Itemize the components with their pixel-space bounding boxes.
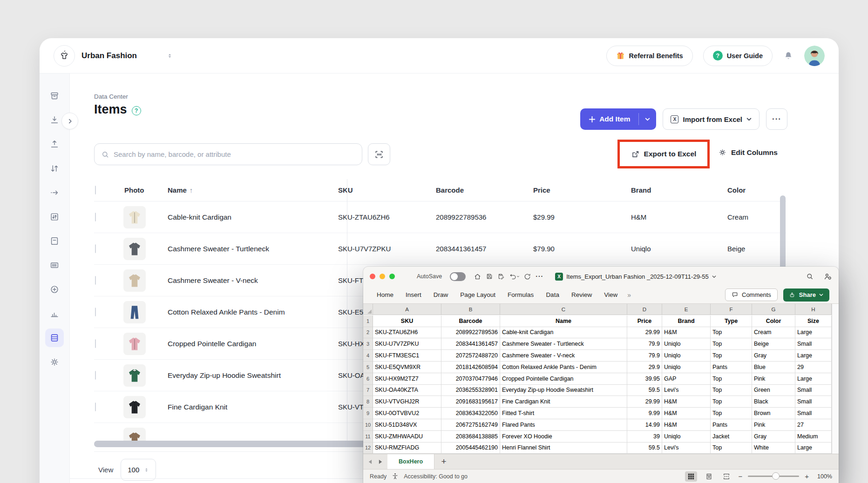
ribbon-tab-formulas[interactable]: Formulas <box>502 291 540 298</box>
cell-C6[interactable]: Cropped Pointelle Cardigan <box>500 373 627 385</box>
cell-D1[interactable]: Price <box>627 315 662 327</box>
row-header-12[interactable]: 12 <box>363 443 373 454</box>
export-to-excel-button[interactable]: Export to Excel <box>631 150 697 159</box>
cell-E1[interactable]: Brand <box>662 315 711 327</box>
comments-button[interactable]: Comments <box>725 288 778 301</box>
zoom-out-button[interactable]: − <box>738 472 742 480</box>
cell-G12[interactable]: White <box>752 443 795 454</box>
sidebar-item-analytics[interactable] <box>45 304 64 323</box>
cell-E7[interactable]: Levi's <box>662 385 711 396</box>
cell-E11[interactable]: Uniqlo <box>662 431 711 443</box>
row-checkbox[interactable] <box>95 244 96 253</box>
cell-E6[interactable]: GAP <box>662 373 711 385</box>
cell-F10[interactable]: Pants <box>711 419 752 431</box>
cell-E2[interactable]: H&M <box>662 327 711 339</box>
col-barcode[interactable]: Barcode <box>436 186 533 194</box>
cell-E9[interactable]: H&M <box>662 408 711 419</box>
col-header-A[interactable]: A <box>373 304 441 315</box>
ribbon-tab-draw[interactable]: Draw <box>427 291 454 298</box>
row-checkbox[interactable] <box>95 213 96 221</box>
more-icon[interactable]: ··· <box>536 273 543 280</box>
cell-A3[interactable]: SKU-U7V7ZPKU <box>373 338 441 350</box>
cell-B10[interactable]: 2067275162749 <box>441 419 500 431</box>
cell-C5[interactable]: Cotton Relaxed Ankle Pants - Denim <box>500 362 627 373</box>
presence-icon[interactable] <box>823 272 832 281</box>
cell-C1[interactable]: Name <box>500 315 627 327</box>
cell-A11[interactable]: SKU-ZMHWAADU <box>373 431 441 443</box>
col-header-D[interactable]: D <box>627 304 662 315</box>
cell-A9[interactable]: SKU-0OTVBVU2 <box>373 408 441 419</box>
cell-A12[interactable]: SKU-RMZFIADG <box>373 443 441 454</box>
sidebar-item-settings[interactable] <box>45 353 64 371</box>
row-header-8[interactable]: 8 <box>363 396 373 408</box>
cell-A6[interactable]: SKU-HX9M2TZ7 <box>373 373 441 385</box>
autosave-toggle[interactable] <box>450 272 466 281</box>
cell-D9[interactable]: 9.99 <box>627 408 662 419</box>
cell-H10[interactable]: 27 <box>795 419 832 431</box>
col-header-E[interactable]: E <box>662 304 711 315</box>
col-header-F[interactable]: F <box>711 304 752 315</box>
user-guide-button[interactable]: ? User Guide <box>703 46 773 66</box>
ribbon-tab-page-layout[interactable]: Page Layout <box>454 291 502 298</box>
zoom-in-button[interactable]: + <box>805 472 809 480</box>
cell-C9[interactable]: Fitted T-shirt <box>500 408 627 419</box>
select-all-cells[interactable] <box>363 304 373 315</box>
sidebar-item-inventory[interactable] <box>45 87 64 105</box>
cell-H9[interactable]: Small <box>795 408 832 419</box>
cell-F7[interactable]: Top <box>711 385 752 396</box>
home-icon[interactable] <box>474 273 481 281</box>
cell-G6[interactable]: Pink <box>752 373 795 385</box>
add-item-dropdown[interactable] <box>639 117 656 121</box>
cell-D12[interactable]: 59.5 <box>627 443 662 454</box>
sidebar-item-stock-in[interactable] <box>45 111 64 129</box>
cell-A5[interactable]: SKU-E5QVM9XR <box>373 362 441 373</box>
sidebar-item-documents[interactable] <box>45 232 64 250</box>
row-checkbox[interactable] <box>95 339 96 348</box>
row-checkbox[interactable] <box>95 308 96 316</box>
notifications-bell-icon[interactable] <box>783 50 794 61</box>
cell-C11[interactable]: Forever XO Hoodie <box>500 431 627 443</box>
page-layout-view-icon[interactable] <box>703 471 715 482</box>
page-size-select[interactable]: 100 <box>121 459 156 481</box>
cell-G5[interactable]: Blue <box>752 362 795 373</box>
cell-A10[interactable]: SKU-51D348VX <box>373 419 441 431</box>
row-header-1[interactable]: 1 <box>363 315 373 327</box>
cell-H8[interactable]: Small <box>795 396 832 408</box>
cell-E10[interactable]: H&M <box>662 419 711 431</box>
barcode-scan-button[interactable] <box>368 143 390 165</box>
search-icon[interactable] <box>806 272 814 281</box>
workspace-name[interactable]: Urban Fashion <box>81 51 137 60</box>
col-brand[interactable]: Brand <box>631 186 727 194</box>
cell-B3[interactable]: 2083441361457 <box>441 338 500 350</box>
ribbon-tab-data[interactable]: Data <box>540 291 565 298</box>
add-item-button[interactable]: Add Item <box>580 108 656 130</box>
import-from-excel-button[interactable]: X Import from Excel <box>663 108 760 130</box>
cell-E5[interactable]: Uniqlo <box>662 362 711 373</box>
cell-B1[interactable]: Barcode <box>441 315 500 327</box>
row-header-11[interactable]: 11 <box>363 431 373 443</box>
cell-D3[interactable]: 79.9 <box>627 338 662 350</box>
help-icon[interactable]: ? <box>132 106 141 115</box>
cell-F5[interactable]: Pants <box>711 362 752 373</box>
cell-F11[interactable]: Jacket <box>711 431 752 443</box>
ribbon-tab-view[interactable]: View <box>598 291 624 298</box>
add-sheet-button[interactable]: + <box>434 454 453 469</box>
sidebar-item-stock-move[interactable] <box>45 183 64 202</box>
cell-B2[interactable]: 2089922789536 <box>441 327 500 339</box>
edit-columns-button[interactable]: Edit Columns <box>718 148 778 157</box>
cell-G7[interactable]: Green <box>752 385 795 396</box>
col-price[interactable]: Price <box>533 186 631 194</box>
cell-B4[interactable]: 2072572488720 <box>441 350 500 362</box>
more-actions-button[interactable]: ··· <box>766 108 787 130</box>
row-header-9[interactable]: 9 <box>363 408 373 419</box>
cell-F9[interactable]: Top <box>711 408 752 419</box>
workspace-switcher-icon[interactable] <box>167 53 173 59</box>
search-input[interactable] <box>114 150 355 158</box>
cell-E12[interactable]: Levi's <box>662 443 711 454</box>
cell-A2[interactable]: SKU-ZTAU6ZH6 <box>373 327 441 339</box>
cell-C3[interactable]: Cashmere Sweater - Turtleneck <box>500 338 627 350</box>
row-header-6[interactable]: 6 <box>363 373 373 385</box>
sidebar-item-stocktake[interactable] <box>45 208 64 226</box>
row-header-4[interactable]: 4 <box>363 350 373 362</box>
col-color[interactable]: Color <box>727 186 787 194</box>
